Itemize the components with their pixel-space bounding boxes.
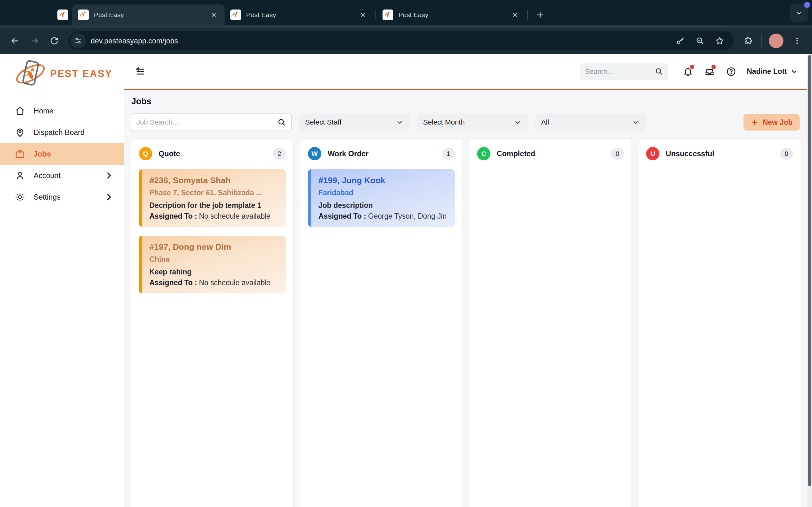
sidebar: PEST EASY Home Dispatch Board Jobs Accou… — [0, 54, 124, 507]
card-list: #199, Jung Kook Faridabad Job descriptio… — [308, 169, 455, 227]
pest-easy-favicon-icon — [383, 9, 393, 20]
column-count: 0 — [611, 148, 624, 160]
browser-menu-button[interactable] — [790, 33, 805, 49]
extensions-button[interactable] — [741, 33, 756, 49]
column-completed: C Completed 0 — [469, 138, 632, 507]
tab-search-button[interactable] — [790, 4, 808, 22]
browser-tab[interactable]: Pest Easy — [377, 4, 526, 25]
sidebar-item-jobs[interactable]: Jobs — [0, 143, 124, 165]
plus-icon — [751, 118, 759, 126]
forward-arrow-icon — [30, 36, 40, 46]
browser-tab[interactable]: Pest Easy — [224, 4, 374, 25]
inbox-button[interactable] — [702, 64, 717, 79]
zoom-out-indicator-button[interactable] — [693, 33, 708, 49]
reload-button[interactable] — [47, 33, 62, 49]
unsuccessful-badge: U — [646, 147, 659, 160]
browser-profile-avatar[interactable] — [769, 34, 783, 48]
user-menu[interactable]: Nadine Lott — [747, 67, 799, 76]
pest-easy-favicon-icon — [57, 9, 68, 20]
card-list: #236, Somyata Shah Phase 7, Sector 61, S… — [139, 169, 286, 293]
global-search[interactable] — [580, 63, 668, 80]
zoom-out-icon — [695, 36, 705, 46]
sidebar-item-dispatch-board[interactable]: Dispatch Board — [0, 122, 124, 143]
staff-select[interactable]: Select Staff — [299, 113, 410, 131]
filters-bar: Select Staff Select Month All New Job — [131, 113, 807, 131]
column-count: 1 — [442, 148, 455, 160]
month-select-value: Select Month — [423, 118, 465, 126]
job-search-input[interactable] — [136, 118, 277, 126]
month-select[interactable]: Select Month — [417, 113, 528, 131]
page-scrollbar[interactable] — [807, 54, 812, 507]
address-bar[interactable]: dev.pesteasyapp.com/jobs — [68, 32, 734, 50]
briefcase-icon — [14, 149, 26, 159]
close-tab-icon[interactable] — [358, 10, 368, 20]
global-search-input[interactable] — [585, 67, 655, 76]
browser-tab-active[interactable]: Pest Easy — [72, 4, 224, 25]
sidebar-item-home[interactable]: Home — [0, 100, 124, 122]
job-card[interactable]: #199, Jung Kook Faridabad Job descriptio… — [308, 169, 455, 227]
pest-easy-favicon-icon — [230, 9, 241, 20]
column-count: 2 — [273, 148, 286, 160]
bookmark-button[interactable] — [712, 33, 727, 49]
tab-notification-dot — [804, 2, 810, 8]
new-tab-button[interactable] — [533, 8, 548, 22]
chevron-down-icon — [795, 9, 803, 17]
sidebar-item-account[interactable]: Account — [0, 165, 124, 186]
job-card-description: Decription for the job template 1 — [149, 201, 280, 210]
page-title: Jobs — [131, 97, 807, 107]
close-tab-icon[interactable] — [209, 10, 219, 20]
column-header: C Completed 0 — [477, 147, 624, 160]
job-card-assigned: Assigned To :No schedule available — [149, 279, 280, 287]
site-settings-button[interactable] — [70, 33, 86, 49]
sidebar-toggle-button[interactable] — [133, 64, 148, 79]
map-pin-icon — [14, 127, 26, 138]
kanban-board: Q Quote 2 #236, Somyata Shah Phase 7, Se… — [131, 138, 807, 507]
scrollbar-thumb[interactable] — [808, 55, 811, 486]
column-work-order: W Work Order 1 #199, Jung Kook Faridabad… — [300, 138, 463, 507]
column-header: Q Quote 2 — [139, 147, 286, 160]
chevron-down-icon — [632, 118, 640, 126]
staff-select-value: Select Staff — [305, 118, 342, 126]
password-manager-button[interactable] — [673, 33, 688, 49]
job-card[interactable]: #236, Somyata Shah Phase 7, Sector 61, S… — [139, 169, 286, 227]
notifications-button[interactable] — [681, 64, 695, 79]
url-text[interactable]: dev.pesteasyapp.com/jobs — [91, 37, 670, 45]
job-search[interactable] — [131, 113, 292, 131]
jobs-page: Jobs Select Staff Select Month All — [124, 90, 807, 507]
tab-title: Pest Easy — [94, 11, 209, 19]
help-circle-icon — [726, 66, 736, 77]
job-card-title: #197, Dong new Dim — [149, 242, 280, 252]
pinned-tab[interactable] — [53, 4, 72, 25]
column-label: Unsuccessful — [666, 150, 714, 158]
sidebar-item-label: Dispatch Board — [34, 128, 85, 137]
chevron-down-icon — [396, 118, 403, 126]
job-card-location: Phase 7, Sector 61, Sahibzada ... — [149, 188, 280, 197]
job-card-location: China — [149, 255, 280, 264]
brand-text: PEST EASY — [50, 68, 113, 79]
back-button[interactable] — [7, 33, 22, 49]
help-button[interactable] — [724, 64, 739, 79]
forward-button[interactable] — [27, 33, 42, 49]
pest-easy-favicon-icon — [78, 9, 89, 20]
job-card-description: Job description — [318, 201, 449, 210]
job-card-assigned: Assigned To :George Tyson, Dong Jin — [318, 212, 449, 221]
job-card-title: #199, Jung Kook — [318, 176, 449, 185]
status-select[interactable]: All — [535, 113, 646, 131]
tab-title: Pest Easy — [246, 11, 358, 19]
job-card[interactable]: #197, Dong new Dim China Keep rahing Ass… — [139, 236, 286, 293]
sidebar-item-label: Home — [34, 107, 54, 115]
puzzle-icon — [744, 36, 753, 46]
sidebar-nav: Home Dispatch Board Jobs Account Setting… — [0, 100, 124, 208]
column-header: W Work Order 1 — [308, 147, 455, 160]
column-label: Work Order — [328, 150, 368, 158]
chevron-right-icon — [103, 170, 114, 181]
tab-divider — [375, 10, 375, 20]
column-count: 0 — [780, 148, 793, 160]
new-job-button[interactable]: New Job — [744, 114, 800, 130]
column-header: U Unsuccessful 0 — [646, 147, 793, 160]
quote-badge: Q — [139, 147, 152, 160]
pest-easy-logo-mark — [13, 59, 48, 89]
close-tab-icon[interactable] — [510, 10, 520, 20]
sidebar-item-settings[interactable]: Settings — [0, 186, 124, 208]
pest-easy-logo[interactable]: PEST EASY — [0, 54, 124, 89]
